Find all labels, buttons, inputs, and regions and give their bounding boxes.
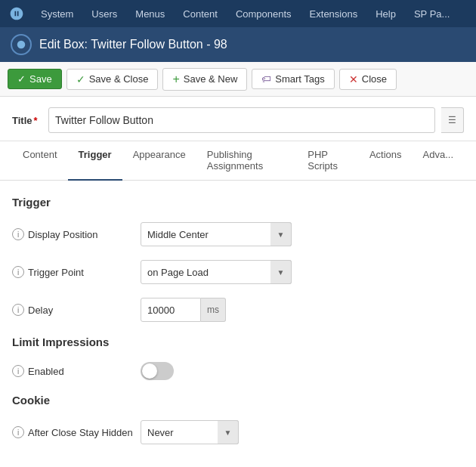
x-icon: ✕: [349, 73, 358, 85]
smart-tags-label: Smart Tags: [275, 73, 325, 85]
enabled-toggle[interactable]: [141, 362, 174, 380]
enabled-group: i Enabled: [12, 362, 464, 380]
form-area: Title* ☰: [0, 97, 476, 141]
nav-content[interactable]: Content: [175, 5, 225, 23]
title-label: Title*: [12, 115, 42, 126]
tab-php-scripts[interactable]: PHP Scripts: [297, 141, 359, 181]
after-close-text: After Close Stay Hidden: [28, 427, 133, 438]
delay-label: i Delay: [12, 304, 133, 316]
svg-point-0: [17, 41, 26, 49]
title-bar-icon: [11, 34, 32, 55]
navbar: System Users Menus Content Components Ex…: [0, 0, 476, 27]
nav-users[interactable]: Users: [84, 5, 125, 23]
after-close-label: i After Close Stay Hidden: [12, 426, 133, 438]
limit-impressions-title: Limit Impressions: [12, 336, 464, 348]
delay-info-icon[interactable]: i: [12, 304, 24, 316]
delay-input-group: ms: [141, 298, 226, 322]
tab-actions[interactable]: Actions: [359, 141, 413, 181]
toolbar: ✓ Save ✓ Save & Close + Save & New 🏷 Sma…: [0, 62, 476, 97]
close-label: Close: [362, 73, 387, 85]
delay-input[interactable]: [141, 298, 201, 322]
title-bar: Edit Box: Twitter Follow Button - 98: [0, 27, 476, 62]
save-label: Save: [29, 73, 52, 85]
tab-trigger[interactable]: Trigger: [68, 141, 122, 181]
trigger-section-title: Trigger: [12, 196, 464, 209]
save-close-label: Save & Close: [89, 73, 149, 85]
tab-appearance[interactable]: Appearance: [122, 141, 196, 181]
tag-icon: 🏷: [261, 73, 271, 85]
trigger-point-label: i Trigger Point: [12, 266, 133, 278]
page-title: Edit Box: Twitter Follow Button - 98: [39, 38, 227, 51]
enabled-text: Enabled: [28, 366, 64, 377]
brand-logo: [8, 5, 26, 23]
toggle-knob: [142, 363, 157, 379]
trigger-point-info-icon[interactable]: i: [12, 266, 24, 278]
required-marker: *: [34, 115, 38, 126]
display-position-info-icon[interactable]: i: [12, 228, 24, 240]
after-close-select-wrapper: Never 1 Day 7 Days 30 Days Forever ▼: [141, 420, 239, 444]
after-close-info-icon[interactable]: i: [12, 426, 24, 438]
after-close-select[interactable]: Never 1 Day 7 Days 30 Days Forever: [141, 420, 239, 444]
save-new-label: Save & New: [184, 73, 238, 85]
cookie-section-title: Cookie: [12, 394, 464, 407]
smart-tags-button[interactable]: 🏷 Smart Tags: [252, 69, 335, 89]
trigger-point-group: i Trigger Point on Page Load on Scroll o…: [12, 260, 464, 284]
plus-icon: +: [172, 73, 179, 86]
display-position-group: i Display Position Middle Center Top Lef…: [12, 222, 464, 246]
nav-sp[interactable]: SP Pa...: [406, 5, 457, 23]
display-position-select[interactable]: Middle Center Top Left Top Center Top Ri…: [141, 222, 292, 246]
enabled-label: i Enabled: [12, 365, 133, 377]
nav-components[interactable]: Components: [228, 5, 299, 23]
display-position-select-wrapper: Middle Center Top Left Top Center Top Ri…: [141, 222, 292, 246]
nav-extensions[interactable]: Extensions: [302, 5, 366, 23]
after-close-group: i After Close Stay Hidden Never 1 Day 7 …: [12, 420, 464, 444]
trigger-point-text: Trigger Point: [28, 267, 84, 278]
save-icon: ✓: [17, 73, 26, 85]
check-icon: ✓: [76, 73, 85, 85]
tab-content[interactable]: Content: [12, 141, 68, 181]
delay-group: i Delay ms: [12, 298, 464, 322]
trigger-point-select[interactable]: on Page Load on Scroll on Exit Intent on…: [141, 260, 292, 284]
save-button[interactable]: ✓ Save: [8, 69, 62, 89]
trigger-point-select-wrapper: on Page Load on Scroll on Exit Intent on…: [141, 260, 292, 284]
display-position-label: i Display Position: [12, 228, 133, 240]
tabs: Content Trigger Appearance Publishing As…: [0, 141, 476, 181]
content-panel: Trigger i Display Position Middle Center…: [0, 181, 476, 467]
display-position-text: Display Position: [28, 229, 98, 240]
title-input[interactable]: [48, 107, 435, 133]
tab-advanced[interactable]: Adva...: [413, 141, 464, 181]
close-button[interactable]: ✕ Close: [339, 69, 397, 90]
nav-help[interactable]: Help: [368, 5, 403, 23]
save-new-button[interactable]: + Save & New: [162, 68, 247, 91]
save-close-button[interactable]: ✓ Save & Close: [66, 69, 159, 90]
delay-text: Delay: [28, 305, 53, 316]
title-field-row: Title* ☰: [12, 107, 464, 133]
enabled-info-icon[interactable]: i: [12, 365, 24, 377]
title-icon-button[interactable]: ☰: [441, 107, 464, 133]
nav-menus[interactable]: Menus: [128, 5, 172, 23]
delay-unit: ms: [201, 298, 226, 322]
nav-system[interactable]: System: [33, 5, 81, 23]
tab-publishing[interactable]: Publishing Assignments: [196, 141, 297, 181]
